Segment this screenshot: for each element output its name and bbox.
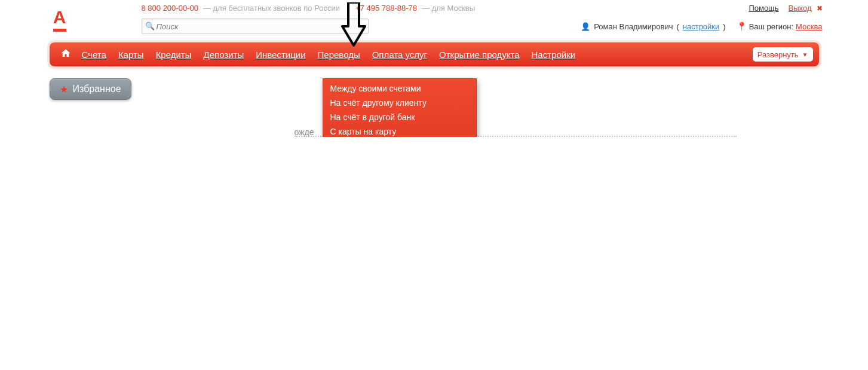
user-name: Роман Владимирович [594,22,673,31]
dropdown-item-card-to-card[interactable]: С карты на карту [323,124,476,137]
transfers-dropdown: Между своими счетами На счёт другому кли… [323,78,477,137]
nav-investments[interactable]: Инвестиции [250,50,311,60]
chevron-down-icon: ▼ [802,51,808,58]
phones: 8 800 200-00-00 — для бесплатных звонков… [142,4,476,13]
nav-deposits[interactable]: Депозиты [198,50,250,60]
user-settings-link[interactable]: настройки [683,22,720,31]
region-link[interactable]: Москва [796,22,822,31]
search-box[interactable]: 🔍 [142,19,369,34]
dropdown-item-other-bank[interactable]: На счёт в другой банк [323,110,476,124]
favorites-button[interactable]: ★ Избранное [50,78,131,100]
nav-payments[interactable]: Оплата услуг [366,50,433,60]
help-link[interactable]: Помощь [749,4,778,13]
phone-russia[interactable]: 8 800 200-00-00 [142,4,198,13]
search-input[interactable] [142,19,369,34]
star-icon: ★ [60,84,68,95]
expand-button[interactable]: Развернуть ▼ [753,47,813,62]
phone-moscow-note: — для Москвы [422,4,475,13]
nav-cards[interactable]: Карты [112,50,150,60]
expand-label: Развернуть [757,50,799,59]
region: 📍 Ваш регион: Москва [737,22,823,31]
region-label: Ваш регион: [749,22,793,31]
person-icon: 👤 [581,22,590,31]
exit-link[interactable]: Выход [789,4,812,13]
dropdown-item-other-client[interactable]: На счёт другому клиенту [323,96,476,110]
nav-credits[interactable]: Кредиты [150,50,198,60]
home-icon[interactable] [56,48,76,62]
logo[interactable]: A [50,8,70,32]
nav-accounts[interactable]: Счета [76,50,112,60]
annotation-arrow-down [341,2,366,47]
close-icon[interactable]: ✖ [817,4,823,13]
dropdown-item-own-accounts[interactable]: Между своими счетами [323,81,476,96]
main-nav: Счета Карты Кредиты Депозиты Инвестиции … [50,42,819,66]
user-info: 👤 Роман Владимирович (настройки) [581,22,725,31]
nav-settings[interactable]: Настройки [526,50,582,60]
nav-transfers[interactable]: Переводы [312,50,366,60]
phone-russia-note: — для бесплатных звонков по России [203,4,340,13]
map-pin-icon: 📍 [737,22,747,31]
nav-open-product[interactable]: Открытие продукта [433,50,526,60]
favorites-label: Избранное [73,84,121,94]
search-icon: 🔍 [145,22,155,30]
loading-text-fragment: ожде [295,127,314,137]
